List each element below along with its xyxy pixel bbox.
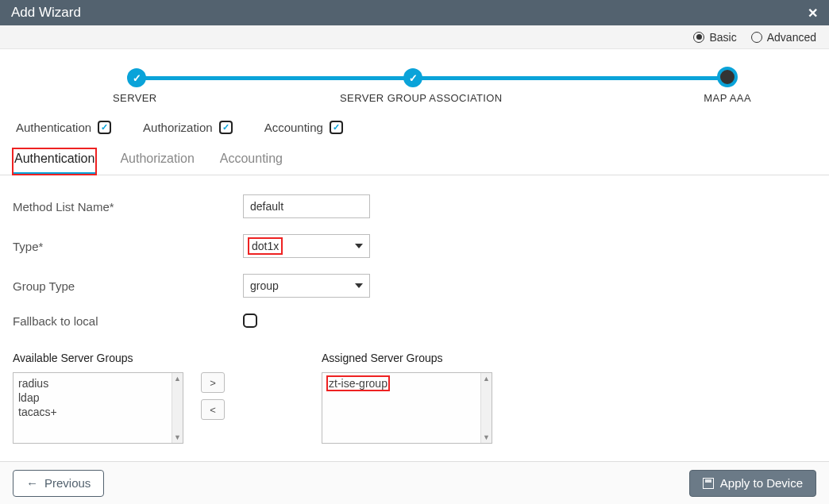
row-group-type: Group Type group <box>13 274 816 298</box>
check-authorization-label: Authorization <box>143 121 213 134</box>
remove-from-assigned-button[interactable]: < <box>201 399 225 420</box>
footer-bar: Previous Apply to Device <box>0 461 829 504</box>
radio-icon <box>693 32 704 43</box>
fallback-label: Fallback to local <box>13 314 243 328</box>
step-map-dot[interactable] <box>717 67 738 87</box>
check-icon <box>133 72 141 84</box>
step-group-label: SERVER GROUP ASSOCIATION <box>340 92 503 104</box>
scrollbar[interactable] <box>480 373 492 443</box>
list-item[interactable]: zt-ise-group <box>327 376 389 391</box>
method-list-name-input[interactable] <box>243 194 370 218</box>
row-method-list-name: Method List Name* <box>13 194 816 218</box>
previous-button[interactable]: Previous <box>13 470 104 497</box>
mode-basic-label: Basic <box>709 31 736 44</box>
step-server-dot[interactable] <box>127 68 146 87</box>
mode-advanced-label: Advanced <box>767 31 816 44</box>
modal-header: Add Wizard ✕ <box>0 0 829 25</box>
spacer: > < <box>201 352 304 420</box>
step-group-dot[interactable] <box>403 68 422 87</box>
shuttle-buttons: > < <box>201 352 304 420</box>
mode-advanced-radio[interactable]: Advanced <box>751 31 816 44</box>
wizard-stepper: SERVER SERVER GROUP ASSOCIATION MAP AAA <box>48 67 781 114</box>
step-server-label: SERVER <box>113 92 157 104</box>
stepper-line <box>413 76 730 80</box>
tab-authentication[interactable]: Authentication <box>13 148 96 175</box>
check-accounting-label: Accounting <box>264 121 323 134</box>
add-to-assigned-button[interactable]: > <box>201 372 225 393</box>
mode-basic-radio[interactable]: Basic <box>693 31 736 44</box>
method-list-name-label: Method List Name* <box>13 200 243 214</box>
list-item[interactable]: ldap <box>18 391 178 405</box>
scrollbar[interactable] <box>172 373 183 443</box>
check-authentication[interactable]: Authentication <box>16 121 111 134</box>
save-icon <box>703 478 714 489</box>
list-item[interactable]: radius <box>18 376 178 391</box>
check-icon <box>409 72 418 84</box>
type-value: dot1x <box>250 240 280 252</box>
tab-bar: Authentication Authorization Accounting <box>0 134 829 175</box>
check-authentication-label: Authentication <box>16 121 91 134</box>
type-select[interactable]: dot1x <box>243 234 370 258</box>
row-type: Type* dot1x <box>13 234 816 258</box>
type-label: Type* <box>13 240 243 253</box>
previous-label: Previous <box>44 476 91 490</box>
check-authorization[interactable]: Authorization <box>143 121 233 134</box>
server-groups-shuttle: Available Server Groups radius ldap taca… <box>0 352 829 444</box>
modal-title: Add Wizard <box>11 5 81 21</box>
mode-bar: Basic Advanced <box>0 25 829 49</box>
assigned-groups-list[interactable]: zt-ise-group <box>322 372 492 444</box>
close-icon[interactable]: ✕ <box>808 6 818 21</box>
available-groups-col: Available Server Groups radius ldap taca… <box>13 352 183 444</box>
arrow-left-icon <box>26 476 38 490</box>
tab-authorization[interactable]: Authorization <box>118 148 195 175</box>
checkbox-icon <box>219 121 233 134</box>
apply-label: Apply to Device <box>720 476 803 490</box>
fallback-checkbox[interactable] <box>243 314 257 328</box>
step-map-label: MAP AAA <box>704 92 751 104</box>
assigned-groups-header: Assigned Server Groups <box>322 352 492 364</box>
tab-accounting[interactable]: Accounting <box>218 148 284 175</box>
radio-icon <box>751 32 762 43</box>
form-area: Method List Name* Type* dot1x Group Type… <box>0 175 829 352</box>
chevron-down-icon <box>355 244 363 248</box>
available-groups-list[interactable]: radius ldap tacacs+ <box>13 372 183 444</box>
list-item[interactable]: tacacs+ <box>18 405 178 419</box>
available-groups-header: Available Server Groups <box>13 352 183 364</box>
chevron-down-icon <box>355 283 363 288</box>
stepper-line <box>135 76 416 80</box>
group-type-value: group <box>250 279 279 292</box>
check-accounting[interactable]: Accounting <box>264 121 343 134</box>
aaa-checks-row: Authentication Authorization Accounting <box>0 114 829 134</box>
row-fallback: Fallback to local <box>13 314 816 328</box>
assigned-groups-col: Assigned Server Groups zt-ise-group <box>322 352 492 444</box>
apply-to-device-button[interactable]: Apply to Device <box>689 470 816 497</box>
checkbox-icon <box>98 121 111 134</box>
group-type-label: Group Type <box>13 279 243 293</box>
group-type-select[interactable]: group <box>243 274 370 298</box>
checkbox-icon <box>330 121 343 134</box>
